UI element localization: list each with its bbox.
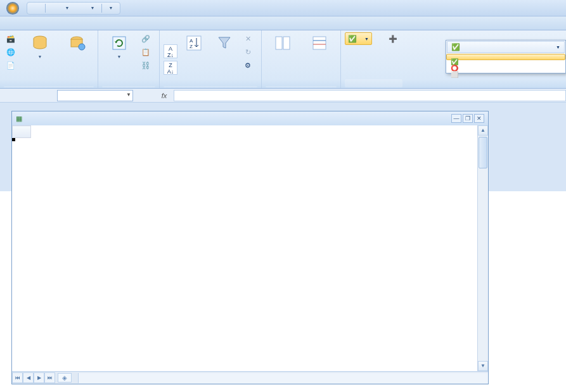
restore-button[interactable]: ❐: [463, 114, 473, 123]
group-label: [345, 79, 402, 87]
group-sort-filter: AZ↓ ZA↓ AZ ✕ ↻ ⚙: [160, 30, 262, 88]
db-icon: [30, 34, 49, 53]
sort-button[interactable]: AZ: [180, 32, 208, 86]
select-all-button[interactable]: [13, 126, 31, 138]
properties-button[interactable]: 📋: [139, 46, 155, 58]
scroll-thumb[interactable]: [479, 137, 487, 168]
title-bar: ▼ ▼ ▼: [0, 0, 566, 16]
access-icon: 🗃️: [6, 34, 16, 44]
svg-rect-5: [113, 37, 125, 49]
connections-button[interactable]: 🔗: [139, 32, 155, 45]
from-text-button[interactable]: 📄: [4, 59, 20, 72]
fx-icon[interactable]: fx: [158, 92, 170, 99]
advanced-button[interactable]: ⚙: [241, 59, 257, 72]
menu-circle-invalid[interactable]: ⭕: [446, 60, 565, 66]
advanced-icon: ⚙: [243, 60, 253, 70]
name-box-dropdown[interactable]: ▼: [126, 92, 131, 98]
grid-wrap: ▲ ▼: [12, 125, 488, 371]
group-validation-outline: ✅▼ ➕ ✅ ▼ ✅ ⭕ ⬜: [341, 30, 406, 88]
connections-icon: 🔗: [141, 34, 151, 44]
edit-links-icon: ⛓️: [141, 60, 151, 70]
horizontal-scrollbar[interactable]: [78, 373, 488, 383]
reapply-button[interactable]: ↻: [241, 46, 257, 58]
existing-conn-icon: [67, 34, 86, 53]
svg-point-0: [6, 1, 19, 14]
edit-links-button[interactable]: ⛓️: [139, 59, 155, 72]
spreadsheet-grid[interactable]: [12, 125, 477, 138]
new-sheet-button[interactable]: ◈: [58, 373, 72, 383]
sort-asc-button[interactable]: AZ↓: [164, 44, 177, 58]
data-validation-button[interactable]: ✅▼: [345, 32, 372, 45]
undo-drop[interactable]: ▼: [62, 3, 72, 13]
office-button[interactable]: [0, 0, 25, 16]
svg-rect-11: [313, 37, 326, 49]
properties-icon: 📋: [141, 47, 151, 57]
group-label: [164, 86, 257, 87]
group-label: [4, 86, 94, 87]
formula-input[interactable]: [174, 90, 566, 101]
svg-point-4: [79, 44, 85, 50]
save-icon[interactable]: [31, 3, 41, 13]
group-icon: ➕: [388, 34, 398, 44]
group-connections: ▼ 🔗 📋 ⛓️: [98, 30, 160, 88]
reapply-icon: ↻: [243, 47, 253, 57]
refresh-all-button[interactable]: ▼: [102, 32, 136, 86]
workbook-titlebar[interactable]: ▦ — ❐ ✕: [12, 111, 488, 125]
funnel-icon: [215, 34, 234, 53]
clear-button[interactable]: ✕: [241, 32, 257, 45]
sort-icon: AZ: [184, 34, 203, 53]
data-validation-menu: ✅ ▼ ✅ ⭕ ⬜: [446, 40, 566, 73]
web-icon: 🌐: [6, 47, 16, 57]
first-sheet-button[interactable]: ⏮: [12, 372, 23, 383]
formula-bar: ▼ fx: [0, 89, 566, 103]
redo-icon[interactable]: [75, 3, 85, 13]
svg-text:Z: Z: [190, 44, 193, 49]
ribbon-tabs: [0, 16, 566, 30]
menu-data-validation[interactable]: ✅: [446, 54, 565, 60]
undo-icon[interactable]: [49, 3, 60, 13]
group-label: [266, 86, 337, 87]
group-label: [102, 86, 155, 87]
sheet-tab-bar: ⏮ ◀ ▶ ⏭ ◈: [12, 371, 488, 384]
menu-clear-circles[interactable]: ⬜: [446, 66, 565, 73]
data-validation-menu-head[interactable]: ✅ ▼: [447, 41, 565, 53]
minimize-button[interactable]: —: [451, 114, 461, 123]
fill-handle[interactable]: [12, 138, 15, 141]
from-other-sources-button[interactable]: ▼: [23, 32, 57, 86]
next-sheet-button[interactable]: ▶: [34, 372, 44, 383]
prev-sheet-button[interactable]: ◀: [23, 372, 34, 383]
last-sheet-button[interactable]: ⏭: [44, 372, 55, 383]
remove-duplicates-icon: [310, 34, 329, 53]
group-get-external-data: 🗃️ 🌐 📄 ▼: [0, 30, 98, 88]
qat-sep2: [101, 4, 102, 13]
text-icon: 📄: [6, 60, 16, 70]
text-to-columns-button[interactable]: [266, 32, 300, 86]
sort-desc-button[interactable]: ZA↓: [164, 61, 177, 75]
ribbon: 🗃️ 🌐 📄 ▼ ▼ 🔗 📋 ⛓️: [0, 30, 566, 89]
from-access-button[interactable]: 🗃️: [4, 32, 20, 45]
group-data-tools: [262, 30, 341, 88]
name-box[interactable]: ▼: [57, 90, 133, 101]
close-button[interactable]: ✕: [474, 114, 484, 123]
qat-customize-drop[interactable]: ▼: [106, 3, 116, 13]
refresh-icon: [110, 34, 129, 53]
group-button[interactable]: ➕: [386, 32, 402, 45]
text-to-columns-icon: [273, 34, 292, 53]
remove-duplicates-button[interactable]: [302, 32, 337, 86]
excel-doc-icon: ▦: [16, 115, 22, 123]
scroll-down-button[interactable]: ▼: [478, 361, 488, 371]
existing-connections-button[interactable]: [60, 32, 94, 86]
filter-button[interactable]: [210, 32, 238, 86]
quick-access-toolbar: ▼ ▼ ▼: [27, 2, 120, 15]
svg-rect-9: [276, 37, 282, 49]
svg-rect-10: [283, 37, 290, 49]
data-validation-icon: ✅: [347, 34, 357, 44]
from-web-button[interactable]: 🌐: [4, 46, 20, 58]
scroll-up-button[interactable]: ▲: [478, 125, 488, 136]
workbook-window: ▦ — ❐ ✕ ▲ ▼ ⏮ ◀ ▶ ⏭: [11, 111, 489, 384]
selection-marquee: [12, 138, 15, 141]
clear-circles-icon: ⬜: [449, 69, 460, 79]
redo-drop[interactable]: ▼: [87, 3, 98, 13]
clear-icon: ✕: [243, 34, 253, 44]
vertical-scrollbar[interactable]: ▲ ▼: [477, 125, 488, 371]
